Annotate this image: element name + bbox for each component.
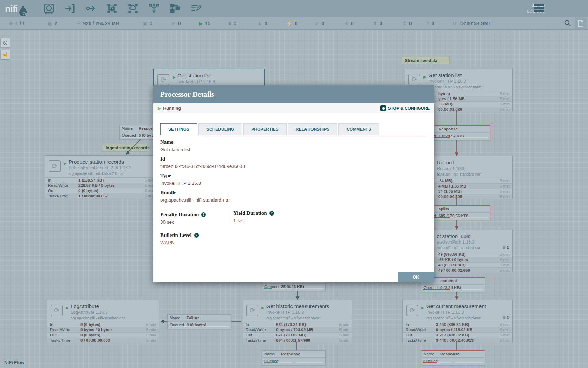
nifi-drop-icon (19, 4, 28, 16)
running-icon: ▶ (199, 21, 203, 26)
tab-scheduling[interactable]: SCHEDULING (198, 123, 242, 135)
not-transmitting-stat: ⊘0 (172, 17, 181, 30)
component-toolbar (41, 1, 209, 16)
processor-type-icon: ⟳ (246, 305, 258, 316)
input-port-icon[interactable] (62, 1, 78, 16)
disabled-icon: ⚡ (286, 21, 292, 26)
locally-modified-stale-stat: ❢0 (402, 17, 412, 30)
processor-type-icon: ⟳ (49, 160, 61, 172)
processor-details-dialog: Processor Details ▶Running ⚙STOP & CONFI… (153, 85, 434, 282)
stat-in: In1 (228.57 KB)5 min (45, 177, 157, 183)
processor-type-icon: ⟳ (406, 305, 418, 316)
running-status-icon: ▶ (66, 306, 69, 310)
help-icon[interactable]: ? (201, 212, 206, 217)
template-icon[interactable] (167, 1, 183, 16)
refresh-icon[interactable]: ⟳ (453, 21, 457, 26)
stat-out: Out621 (703.02 MB)5 min (243, 332, 352, 338)
running-status-icon: ▶ (424, 75, 426, 79)
running-status-icon: ▶ (421, 306, 424, 310)
status-bar: ❖1 / 1 ▦2 ☰920 / 264.29 MB ◉0 ⊘0 ▶15 ■0 … (0, 17, 588, 30)
field-bundle: Bundle org.apache.nifi - nifi-standard-n… (160, 190, 427, 203)
running-icon: ▶ (158, 106, 161, 111)
canvas-label[interactable]: Stream live-data (402, 57, 450, 64)
navigate-palette-button[interactable]: ◎ (1, 38, 10, 47)
stat-readwrite: Read/Write0 bytes / 0 bytes5 min (47, 327, 159, 332)
grid-icon: ▦ (502, 246, 505, 250)
stat-in: In3,440 (896.31 KB)5 min (403, 322, 512, 327)
invalid-stat: ▲0 (257, 17, 267, 30)
processor-get-historic-measurements[interactable]: ⟳ ▶ Get historic measurements InvokeHTTP… (243, 300, 352, 342)
sync-failure-stat: ?0 (426, 17, 434, 30)
field-type: Type InvokeHTTP 1.16.3 (160, 173, 427, 186)
search-button[interactable] (564, 19, 572, 29)
run-status: ▶Running (158, 106, 181, 111)
grid-icon: ▦ (502, 316, 505, 320)
search-icon (564, 19, 572, 27)
dialog-tabs: SETTINGS SCHEDULING PROPERTIES RELATIONS… (160, 123, 427, 135)
dialog-status-bar: ▶Running ⚙STOP & CONFIGURE (153, 103, 434, 113)
transmitting-icon: ◉ (143, 21, 147, 26)
running-status-icon: ▶ (261, 306, 264, 310)
remote-process-group-icon[interactable] (125, 1, 141, 16)
refresh-stat: ⟳13:00:58 GMT (453, 17, 491, 30)
queued-icon: ☰ (76, 21, 81, 26)
transmitting-stat: ◉0 (143, 17, 152, 30)
running-stat: ▶15 (199, 17, 210, 30)
processor-type-icon: ⟳ (51, 305, 63, 316)
stop-configure-button[interactable]: ⚙STOP & CONFIGURE (380, 105, 430, 111)
nifi-app: nifi (0, 0, 588, 368)
breadcrumb[interactable]: NiFi Flow (4, 360, 24, 365)
stat-readwrite: Read/Write0 bytes / 418.02 KB5 min (403, 327, 512, 332)
stat-out: Out0 (0 bytes)5 min (47, 332, 159, 338)
connection-label-response-bottom-right[interactable]: NameResponse Queued (421, 350, 485, 365)
stat-in: In664 (173.24 KB)5 min (243, 322, 352, 327)
tab-properties[interactable]: PROPERTIES (243, 123, 286, 135)
field-penalty-duration: Penalty Duration? 30 sec (160, 212, 233, 225)
panel-toggle-button[interactable] (575, 18, 587, 29)
tab-settings[interactable]: SETTINGS (160, 123, 197, 135)
tab-comments[interactable]: COMMENTS (338, 123, 379, 135)
locally-modified-stat: ✳0 (344, 17, 354, 30)
stop-configure-icon: ⚙ (380, 105, 386, 111)
field-id: Id f8fbeb32-fc46-31cf-829d-074d09e36603 (160, 156, 427, 169)
not-transmitting-icon: ⊘ (172, 21, 176, 26)
help-icon[interactable]: ? (270, 211, 274, 216)
invalid-icon: ▲ (257, 21, 262, 26)
processor-log-attribute[interactable]: ⟳ ▶ LogAttribute LogAttribute 1.16.3 org… (47, 300, 159, 342)
running-status-icon: ▶ (173, 75, 175, 80)
connection-label-failure[interactable]: NameFailure Queued0 (0 bytes) (167, 314, 231, 329)
stale-icon: ⬆ (373, 21, 377, 26)
tab-relationships[interactable]: RELATIONSHIPS (288, 123, 337, 135)
app-header: nifi (0, 0, 588, 17)
stat-out: Out0 (0 bytes)5 min (45, 188, 157, 193)
help-icon[interactable]: ? (194, 233, 199, 238)
select-hand-button[interactable]: ☝ (1, 50, 10, 59)
global-menu-button[interactable] (534, 4, 544, 13)
output-port-icon[interactable] (83, 1, 99, 16)
process-group-icon[interactable] (104, 1, 120, 16)
page-icon (578, 20, 584, 27)
hand-icon: ☝ (2, 52, 8, 57)
field-yield-duration: Yield Duration? 1 sec (233, 210, 307, 225)
processor-type-icon: ⟳ (158, 74, 169, 86)
processor-icon[interactable] (41, 1, 57, 16)
stale-stat: ⬆0 (373, 17, 383, 30)
queued-stat: ☰920 / 264.29 MB (76, 17, 119, 30)
label-icon[interactable] (188, 1, 204, 16)
processor-get-current-measurement[interactable]: ⟳ ▶ Get current measurement InvokeHTTP 1… (402, 300, 513, 342)
sync-failure-icon: ? (426, 21, 429, 26)
ok-button[interactable]: OK (398, 272, 434, 282)
last-refresh-time: 13:00:58 GMT (460, 21, 491, 26)
processor-produce-station-records[interactable]: ⟳ ▶ Produce station records PublishKafka… (45, 155, 158, 198)
stat-tasks: Tasks/Time0 / 00:00:00.0005 min (47, 338, 159, 343)
stat-tasks: Tasks/Time3,440 / 00:02:40.9135 min (403, 338, 512, 343)
locally-modified-icon: ✳ (344, 21, 349, 26)
stat-out: Out3,217 (418.02 KB)5 min (403, 332, 512, 338)
stopped-icon: ■ (228, 21, 231, 26)
funnel-icon[interactable] (146, 1, 162, 16)
canvas-label[interactable]: Ingest station records (103, 144, 147, 152)
up-to-date-icon: ✔ (315, 21, 319, 26)
tasks-badge: ▦1 (502, 315, 509, 320)
connection-label-response-bottom[interactable]: NameResponse Queued (262, 350, 326, 365)
nifi-logo: nifi (5, 2, 28, 16)
